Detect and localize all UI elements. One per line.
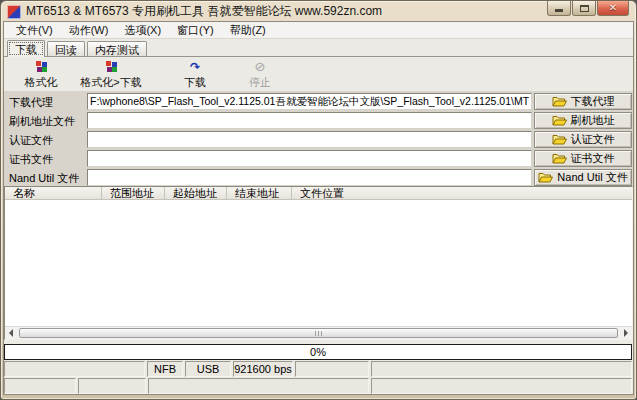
close-icon: ✕: [609, 3, 617, 13]
scroll-left-button[interactable]: [5, 327, 17, 339]
scatter-file-input[interactable]: [87, 112, 532, 129]
status-panel-blank7: [371, 378, 632, 394]
maximize-button[interactable]: [572, 1, 596, 16]
menubar: 文件(V) 动作(W) 选项(X) 窗口(Y) 帮助(Z): [4, 22, 633, 39]
scroll-right-button[interactable]: [620, 327, 632, 339]
format-download-icon: [105, 61, 118, 73]
format-icon: [35, 61, 48, 73]
auth-file-label: 认证文件: [9, 133, 53, 148]
client-area: 文件(V) 动作(W) 选项(X) 窗口(Y) 帮助(Z) 下载 回读 内存测试…: [4, 22, 633, 394]
app-window: MT6513 & MT6573 专用刷机工具 吾就爱智能论坛 www.592zn…: [0, 0, 637, 400]
download-button[interactable]: ↷ 下载: [167, 60, 223, 89]
minimize-icon: [555, 9, 563, 12]
menu-item-window[interactable]: 窗口(Y): [169, 22, 222, 39]
statusbar-row2: [4, 378, 632, 394]
folder-icon: [552, 115, 567, 126]
column-header-end-address[interactable]: 结束地址: [227, 187, 292, 200]
nand-util-file-browse-button[interactable]: Nand Util 文件: [534, 169, 632, 186]
status-panel-blank2: [295, 361, 369, 377]
column-header-file-location[interactable]: 文件位置: [292, 187, 632, 200]
table-header-row: 名称 范围地址 起始地址 结束地址 文件位置: [5, 187, 632, 200]
scatter-file-browse-button[interactable]: 刷机地址: [534, 112, 632, 129]
nand-util-file-label: Nand Util 文件: [9, 171, 79, 186]
titlebar[interactable]: MT6513 & MT6573 专用刷机工具 吾就爱智能论坛 www.592zn…: [1, 1, 636, 22]
image-list-table: 名称 范围地址 起始地址 结束地址 文件位置: [4, 186, 633, 340]
folder-icon: [552, 96, 567, 107]
tabstrip: 下载 回读 内存测试: [4, 39, 633, 57]
maximize-icon: [580, 5, 589, 12]
tab-readback[interactable]: 回读: [47, 41, 85, 56]
scrollbar-grip-icon: [315, 331, 323, 336]
cert-file-browse-button[interactable]: 证书文件: [534, 150, 632, 167]
status-panel-blank3: [371, 361, 632, 377]
menu-item-file[interactable]: 文件(V): [8, 22, 61, 39]
download-agent-row: 下载代理 下载代理: [4, 93, 633, 110]
close-button[interactable]: ✕: [597, 1, 629, 16]
window-title: MT6513 & MT6573 专用刷机工具 吾就爱智能论坛 www.592zn…: [26, 3, 382, 20]
menu-item-options[interactable]: 选项(X): [116, 22, 169, 39]
column-header-name[interactable]: 名称: [5, 187, 102, 200]
statusbar-row1: NFB USB 921600 bps: [4, 361, 632, 377]
format-download-button[interactable]: 格式化>下载: [70, 60, 152, 89]
nand-util-file-browse-label: Nand Util 文件: [557, 170, 627, 185]
app-icon: [7, 5, 21, 19]
scroll-right-icon: [624, 329, 628, 337]
status-panel-blank6: [148, 378, 369, 394]
download-arrow-icon: ↷: [190, 61, 200, 73]
auth-file-input[interactable]: [87, 131, 532, 148]
download-agent-label: 下载代理: [9, 95, 53, 110]
window-controls: ✕: [546, 1, 629, 16]
nand-util-file-input[interactable]: [87, 169, 532, 186]
download-agent-input[interactable]: [87, 93, 532, 110]
horizontal-scrollbar[interactable]: [5, 326, 632, 339]
menu-item-action[interactable]: 动作(W): [61, 22, 117, 39]
format-button[interactable]: 格式化: [10, 60, 72, 89]
status-panel-usb: USB: [185, 361, 231, 377]
progress-bar: 0%: [4, 344, 632, 360]
status-panel-blank5: [78, 378, 146, 394]
progress-percent: 0%: [310, 346, 326, 358]
status-panel-blank4: [4, 378, 76, 394]
folder-icon: [538, 172, 553, 183]
auth-file-row: 认证文件 认证文件: [4, 131, 633, 148]
tab-memory-test[interactable]: 内存测试: [87, 41, 147, 56]
menu-item-help[interactable]: 帮助(Z): [222, 22, 274, 39]
cert-file-label: 证书文件: [9, 152, 53, 167]
toolbar: 格式化 格式化>下载 ↷ 下载 ⊘ 停止: [4, 58, 633, 91]
status-panel-blank1: [4, 361, 145, 377]
format-download-button-label: 格式化>下载: [80, 76, 141, 88]
scatter-file-row: 刷机地址文件 刷机地址: [4, 112, 633, 129]
nand-util-file-row: Nand Util 文件 Nand Util 文件: [4, 169, 633, 186]
auth-file-browse-button[interactable]: 认证文件: [534, 131, 632, 148]
cert-file-input[interactable]: [87, 150, 532, 167]
minimize-button[interactable]: [547, 1, 571, 16]
scroll-left-icon: [9, 329, 13, 337]
download-agent-browse-button[interactable]: 下载代理: [534, 93, 632, 110]
folder-icon: [552, 134, 567, 145]
stop-button-label: 停止: [249, 76, 271, 88]
scatter-file-browse-label: 刷机地址: [571, 113, 615, 128]
column-header-begin-address[interactable]: 起始地址: [165, 187, 227, 200]
cert-file-row: 证书文件 证书文件: [4, 150, 633, 167]
scatter-file-label: 刷机地址文件: [9, 114, 75, 129]
scrollbar-thumb[interactable]: [19, 328, 618, 338]
column-header-region-address[interactable]: 范围地址: [102, 187, 165, 200]
download-button-label: 下载: [184, 76, 206, 88]
stop-button[interactable]: ⊘ 停止: [232, 60, 288, 89]
format-button-label: 格式化: [25, 76, 58, 88]
download-agent-browse-label: 下载代理: [571, 94, 615, 109]
auth-file-browse-label: 认证文件: [571, 132, 615, 147]
stop-icon: ⊘: [255, 61, 266, 73]
table-body-empty[interactable]: [5, 200, 632, 326]
download-tab-page: 格式化 格式化>下载 ↷ 下载 ⊘ 停止 下载代理: [4, 58, 633, 394]
tab-download[interactable]: 下载: [7, 40, 45, 57]
cert-file-browse-label: 证书文件: [571, 151, 615, 166]
file-form: 下载代理 下载代理 刷机地址文件 刷机地址 认证文件: [4, 91, 633, 186]
status-panel-nfb: NFB: [147, 361, 183, 377]
status-panel-baudrate: 921600 bps: [233, 361, 293, 377]
folder-icon: [552, 153, 567, 164]
